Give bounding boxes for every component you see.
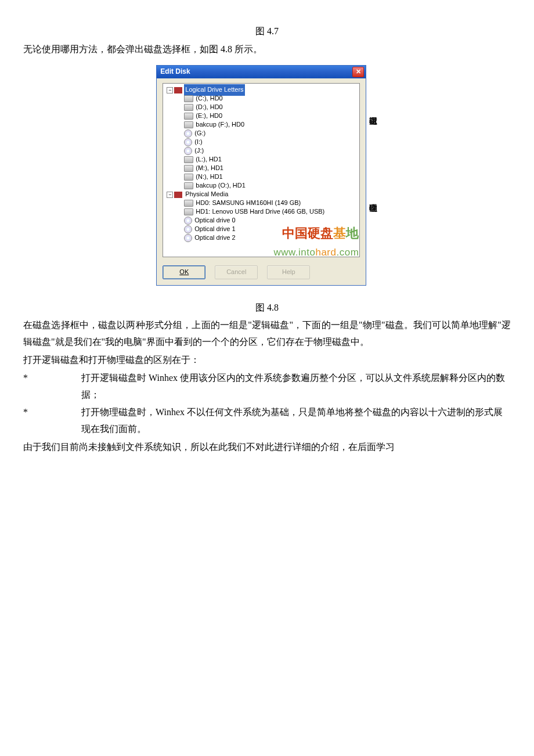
bullet-star: * [23, 404, 81, 438]
bullet-text: 打开物理磁盘时，Winhex 不以任何文件系统为基础，只是简单地将整个磁盘的内容… [81, 404, 511, 438]
dialog-figure-wrap: Edit Disk ✕ − Logical Drive Letters (C:)… [23, 65, 511, 286]
cd-icon [184, 225, 192, 233]
logical-header-row[interactable]: − Logical Drive Letters [163, 86, 359, 95]
logical-drive-item[interactable]: (J:) [163, 147, 359, 156]
annotation-logical: 逻辑磁盘 [369, 110, 377, 151]
paragraph: 由于我们目前尚未接触到文件系统知识，所以在此我们不对此进行详细的介绍，在后面学习 [23, 439, 511, 456]
logical-drive-item[interactable]: bakcup (F:), HD0 [163, 121, 359, 129]
logical-drive-item[interactable]: (M:), HD1 [163, 164, 359, 173]
bullet-text: 打开逻辑磁盘时 Winhex 使用该分区内的文件系统参数遍历整个分区，可以从文件… [81, 370, 511, 404]
physical-drive-item[interactable]: HD1: Lenovo USB Hard Drive (466 GB, USB) [163, 208, 359, 217]
figure-caption-47: 图 4.7 [23, 23, 511, 40]
disk-icon [184, 95, 193, 102]
intro-line: 无论使用哪用方法，都会弹出磁盘选择框，如图 4.8 所示。 [23, 41, 511, 58]
close-button[interactable]: ✕ [352, 67, 364, 77]
disk-icon [184, 156, 193, 163]
bullet-item: * 打开逻辑磁盘时 Winhex 使用该分区内的文件系统参数遍历整个分区，可以从… [23, 370, 511, 404]
disk-icon [184, 174, 193, 181]
collapse-icon[interactable]: − [167, 87, 173, 93]
logical-drive-item[interactable]: (N:), HD1 [163, 173, 359, 182]
disk-icon [184, 208, 193, 215]
collapse-icon[interactable]: − [167, 192, 173, 198]
dialog-buttons: OK Cancel Help [157, 262, 366, 285]
disk-icon [184, 121, 193, 128]
ok-button[interactable]: OK [163, 265, 205, 279]
logical-drive-item[interactable]: (G:) [163, 129, 359, 138]
cd-icon [184, 129, 192, 138]
logical-drive-item[interactable]: (C:), HD0 [163, 95, 359, 103]
cd-icon [184, 234, 192, 242]
bullet-star: * [23, 370, 81, 404]
disk-icon [184, 200, 193, 207]
paragraph: 打开逻辑磁盘和打开物理磁盘的区别在于： [23, 352, 511, 369]
figure-caption-48: 图 4.8 [23, 300, 511, 316]
cd-icon [184, 217, 192, 225]
disk-icon [184, 113, 193, 120]
disk-tree[interactable]: − Logical Drive Letters (C:), HD0 (D:), … [163, 83, 360, 257]
side-annotations: 逻辑磁盘 物理磁盘 [369, 81, 377, 238]
dialog-titlebar: Edit Disk ✕ [157, 66, 366, 78]
disk-icon [184, 165, 193, 172]
physical-drive-item[interactable]: Optical drive 2 [163, 234, 359, 243]
category-icon [174, 192, 182, 198]
category-icon [174, 87, 182, 93]
cancel-button[interactable]: Cancel [215, 265, 258, 279]
edit-disk-dialog: Edit Disk ✕ − Logical Drive Letters (C:)… [156, 65, 366, 286]
cd-icon [184, 147, 192, 155]
disk-icon [184, 104, 193, 111]
paragraph: 在磁盘选择框中，磁盘以两种形式分组，上面的一组是"逻辑磁盘"，下面的一组是"物理… [23, 317, 511, 351]
help-button[interactable]: Help [267, 265, 310, 279]
close-icon: ✕ [356, 69, 361, 75]
bullet-item: * 打开物理磁盘时，Winhex 不以任何文件系统为基础，只是简单地将整个磁盘的… [23, 404, 511, 438]
logical-drive-item[interactable]: (D:), HD0 [163, 103, 359, 112]
logical-drive-item[interactable]: (I:) [163, 138, 359, 147]
dialog-title: Edit Disk [160, 66, 190, 78]
logical-drive-item[interactable]: (E:), HD0 [163, 112, 359, 121]
physical-drive-item[interactable]: Optical drive 1 [163, 225, 359, 234]
cd-icon [184, 138, 192, 146]
logical-drive-item[interactable]: (L:), HD1 [163, 156, 359, 164]
annotation-physical: 物理磁盘 [369, 197, 377, 238]
